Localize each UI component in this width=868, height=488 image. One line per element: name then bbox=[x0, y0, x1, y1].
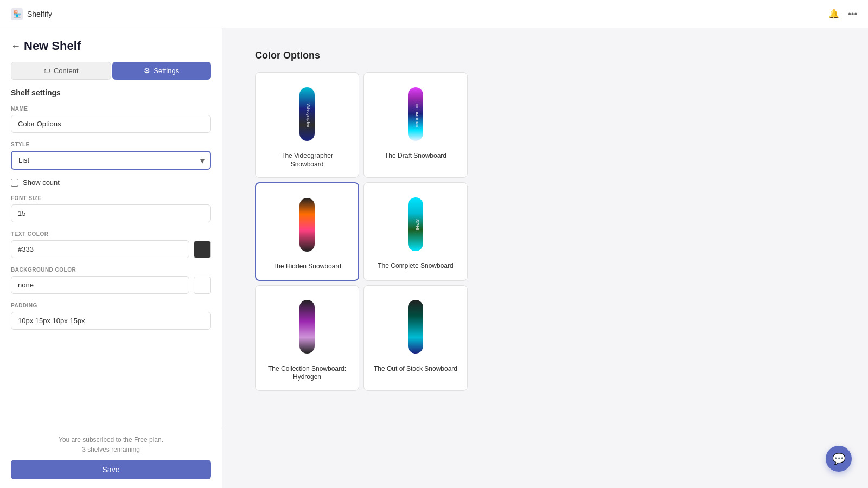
name-input[interactable] bbox=[11, 115, 211, 133]
sidebar: ← New Shelf 🏷 Content ⚙ Settings Shelf s… bbox=[0, 28, 222, 488]
name-label: NAME bbox=[11, 106, 211, 112]
text-color-label: TEXT COLOR bbox=[11, 231, 211, 237]
svg-rect-7 bbox=[299, 300, 315, 354]
padding-input[interactable] bbox=[11, 312, 211, 330]
svg-rect-8 bbox=[408, 300, 423, 354]
topbar-left: 🏪 Shelfify bbox=[11, 8, 52, 20]
style-group: STYLE List Grid Carousel ▾ bbox=[11, 142, 211, 170]
content-tab-icon: 🏷 bbox=[43, 67, 50, 75]
section-title: Shelf settings bbox=[11, 88, 211, 97]
chat-button[interactable]: 💬 bbox=[826, 446, 852, 472]
product-image-outofstock bbox=[399, 294, 432, 359]
bg-color-group: BACKGROUND COLOR bbox=[11, 267, 211, 294]
topbar: 🏪 Shelfify 🔔 ••• bbox=[0, 0, 868, 28]
product-name-outofstock: The Out of Stock Snowboard bbox=[374, 365, 457, 374]
page-title: New Shelf bbox=[24, 39, 81, 53]
product-name-complete: The Complete Snowboard bbox=[378, 262, 453, 271]
product-card-hidden[interactable]: The Hidden Snowboard bbox=[255, 182, 359, 281]
font-size-label: FONT SIZE bbox=[11, 195, 211, 201]
show-count-row: Show count bbox=[11, 178, 211, 187]
font-size-input[interactable] bbox=[11, 204, 211, 222]
product-name-draft: The Draft Snowboard bbox=[385, 152, 446, 160]
name-group: NAME bbox=[11, 106, 211, 133]
more-icon[interactable]: ••• bbox=[848, 9, 857, 19]
svg-text:Videographer: Videographer bbox=[306, 103, 310, 127]
snowboard-svg-draft: HIGHMOUND bbox=[406, 83, 425, 145]
settings-tab-icon: ⚙ bbox=[144, 67, 150, 75]
show-count-label: Show count bbox=[23, 178, 60, 187]
back-link[interactable]: ← New Shelf bbox=[11, 39, 211, 53]
content-tab-label: Content bbox=[54, 67, 79, 75]
product-card-collection[interactable]: The Collection Snowboard: Hydrogen bbox=[255, 285, 359, 391]
text-color-swatch[interactable] bbox=[194, 241, 211, 258]
product-image-draft: HIGHMOUND bbox=[399, 81, 432, 146]
content-area: Color Options Videographer bbox=[222, 28, 868, 488]
snowboard-svg-complete: SPHL bbox=[406, 193, 425, 255]
product-name-hidden: The Hidden Snowboard bbox=[273, 262, 341, 271]
product-card-videographer[interactable]: Videographer The Videographer Snowboard bbox=[255, 72, 359, 178]
bg-color-row bbox=[11, 276, 211, 294]
bg-color-swatch[interactable] bbox=[194, 277, 211, 294]
app-logo: 🏪 bbox=[11, 8, 23, 20]
bg-color-input[interactable] bbox=[11, 276, 189, 294]
svg-text:SPHL: SPHL bbox=[414, 219, 420, 233]
tab-content[interactable]: 🏷 Content bbox=[11, 62, 111, 80]
sidebar-body: Shelf settings NAME STYLE List Grid Caro… bbox=[0, 80, 222, 428]
style-select[interactable]: List Grid Carousel bbox=[11, 151, 211, 170]
products-grid: Videographer The Videographer Snowboard bbox=[255, 72, 835, 391]
text-color-row bbox=[11, 240, 211, 258]
plan-text: You are subscribed to the Free plan. 3 s… bbox=[11, 435, 211, 454]
product-card-complete[interactable]: SPHL The Complete Snowboard bbox=[363, 182, 468, 281]
padding-label: PADDING bbox=[11, 303, 211, 309]
product-image-complete: SPHL bbox=[399, 191, 432, 256]
product-image-hidden bbox=[291, 192, 323, 257]
back-arrow-icon[interactable]: ← bbox=[11, 41, 21, 52]
chat-icon: 💬 bbox=[832, 452, 846, 465]
style-select-wrapper: List Grid Carousel ▾ bbox=[11, 151, 211, 170]
tabs: 🏷 Content ⚙ Settings bbox=[11, 62, 211, 80]
snowboard-svg-videographer: Videographer bbox=[297, 83, 317, 145]
font-size-group: FONT SIZE bbox=[11, 195, 211, 222]
product-name-collection: The Collection Snowboard: Hydrogen bbox=[264, 365, 350, 382]
svg-rect-4 bbox=[299, 198, 315, 252]
tab-settings[interactable]: ⚙ Settings bbox=[112, 62, 212, 80]
save-button[interactable]: Save bbox=[11, 460, 211, 479]
product-image-collection bbox=[291, 294, 323, 359]
snowboard-svg-collection bbox=[297, 296, 317, 358]
bg-color-label: BACKGROUND COLOR bbox=[11, 267, 211, 273]
product-card-draft[interactable]: HIGHMOUND The Draft Snowboard bbox=[363, 72, 468, 178]
padding-group: PADDING bbox=[11, 303, 211, 330]
settings-tab-label: Settings bbox=[154, 67, 179, 75]
snowboard-svg-outofstock bbox=[406, 296, 425, 358]
product-image-videographer: Videographer bbox=[291, 81, 323, 146]
logo-icon: 🏪 bbox=[13, 10, 21, 18]
sidebar-header: ← New Shelf 🏷 Content ⚙ Settings bbox=[0, 28, 222, 80]
bell-icon[interactable]: 🔔 bbox=[828, 9, 839, 19]
product-name-videographer: The Videographer Snowboard bbox=[264, 152, 350, 169]
show-count-checkbox[interactable] bbox=[11, 179, 18, 187]
svg-text:HIGHMOUND: HIGHMOUND bbox=[415, 104, 419, 127]
topbar-right: 🔔 ••• bbox=[828, 9, 857, 19]
snowboard-svg-hidden bbox=[297, 194, 317, 256]
sidebar-footer: You are subscribed to the Free plan. 3 s… bbox=[0, 428, 222, 488]
main-container: ← New Shelf 🏷 Content ⚙ Settings Shelf s… bbox=[0, 28, 868, 488]
text-color-input[interactable] bbox=[11, 240, 189, 258]
product-card-outofstock[interactable]: The Out of Stock Snowboard bbox=[363, 285, 468, 391]
style-label: STYLE bbox=[11, 142, 211, 147]
app-title: Shelfify bbox=[27, 10, 52, 18]
text-color-group: TEXT COLOR bbox=[11, 231, 211, 258]
shelf-title: Color Options bbox=[255, 50, 835, 61]
